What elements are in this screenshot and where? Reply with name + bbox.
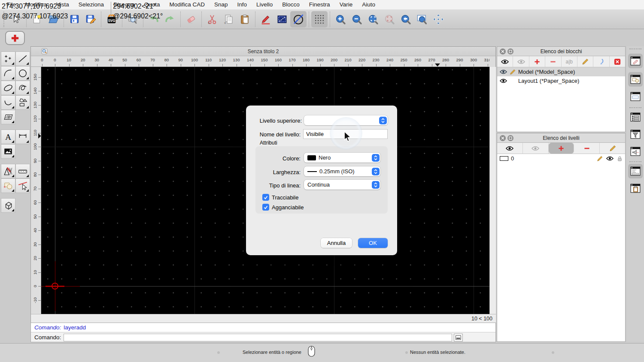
block-show-button[interactable] (497, 56, 513, 67)
layer-show-all-button[interactable] (497, 143, 523, 154)
arc-tool-button[interactable] (1, 66, 15, 81)
copy-button[interactable]: + (220, 11, 237, 27)
toolbar-separator (201, 12, 202, 27)
block-row-model[interactable]: Model (*Model_Space) (497, 67, 625, 76)
image-tool-button[interactable] (1, 144, 15, 159)
traceable-checkbox[interactable] (262, 194, 269, 201)
modify-tool-button[interactable] (1, 164, 15, 178)
line-tool-button[interactable] (15, 51, 30, 66)
linetype-popup[interactable]: Continua (304, 180, 380, 190)
save-button[interactable] (66, 11, 82, 27)
eye-icon[interactable] (500, 78, 507, 83)
layer-list-toggle-button[interactable] (628, 110, 643, 124)
block-delete-button[interactable] (610, 56, 625, 67)
snappable-checkbox-label[interactable]: Agganciabile (272, 204, 304, 211)
library-browser-window-icon (630, 75, 641, 84)
menu-item[interactable]: Varie (335, 0, 358, 9)
layer-add-button[interactable] (549, 143, 574, 154)
redo-button[interactable] (162, 11, 178, 27)
command-widget-toggle-button[interactable] (628, 164, 643, 178)
pencil-icon[interactable] (597, 156, 603, 162)
hatch-tool-button[interactable] (1, 110, 15, 124)
box3d-tool-button[interactable] (1, 198, 15, 213)
menu-item[interactable]: Livello (252, 0, 277, 9)
vertical-scrollbar[interactable] (489, 67, 496, 314)
draft-mode-button[interactable] (290, 11, 307, 27)
menu-item[interactable]: Info (233, 0, 252, 9)
layer-remove-button[interactable] (574, 143, 600, 154)
menu-item[interactable]: Blocco (277, 0, 304, 9)
color-popup[interactable]: Nero (304, 153, 380, 163)
pan-button[interactable] (430, 11, 447, 27)
select-entity-tool-button[interactable] (15, 178, 30, 193)
ellipse-icon (3, 83, 13, 93)
layer-row-0[interactable]: 0 (497, 154, 625, 163)
erase-button[interactable] (183, 11, 199, 27)
library-browser-toggle-button[interactable] (628, 72, 643, 87)
menu-item[interactable]: Modifica CAD (164, 0, 210, 9)
block-list-window-icon (630, 56, 641, 66)
dialog-panel-toggle-button[interactable] (628, 89, 643, 104)
block-insert-button[interactable] (593, 56, 609, 67)
block-hide-button[interactable] (513, 56, 529, 67)
ellipse-tool-button[interactable] (1, 81, 15, 95)
h-ruler-tick-mark (474, 64, 474, 66)
width-popup[interactable]: 0.25mm (ISO) (304, 166, 380, 176)
polyline-tool-button[interactable] (1, 95, 15, 110)
keyboard-focus-button[interactable] (454, 334, 463, 341)
cut-button[interactable]: + (204, 11, 220, 27)
menu-item[interactable]: Finestra (304, 0, 335, 9)
shapes-tool-button[interactable] (15, 95, 30, 110)
zoom-window-button[interactable] (414, 11, 430, 27)
dimension-tool-button[interactable] (15, 130, 30, 144)
block-add-button[interactable] (529, 56, 545, 67)
zoom-out-button[interactable] (349, 11, 365, 27)
cancel-button[interactable]: Annulla (321, 238, 352, 248)
menu-item[interactable]: Snap (210, 0, 233, 9)
save-as-button[interactable] (82, 11, 99, 27)
menu-item[interactable]: Aiuto (357, 0, 380, 9)
menu-item[interactable]: Seleziona (74, 0, 109, 9)
spline-tool-button[interactable] (15, 81, 30, 95)
zoom-previous-button[interactable] (398, 11, 414, 27)
points-tool-button[interactable] (1, 51, 15, 66)
block-list-toggle-button[interactable] (628, 54, 643, 68)
filter-toggle-button[interactable] (628, 127, 643, 142)
block-row-layout1[interactable]: Layout1 (*Paper_Space) (497, 76, 625, 85)
eye-icon[interactable] (500, 69, 507, 74)
close-icon[interactable] (500, 48, 506, 54)
v-ruler-tick-mark (38, 286, 41, 287)
eye-icon[interactable] (606, 156, 614, 161)
measure-tool-button[interactable] (15, 164, 30, 178)
layer-name-input[interactable] (303, 129, 388, 139)
layer-add-pen-button[interactable] (5, 31, 25, 45)
float-panel-icon[interactable] (507, 135, 513, 141)
status-dot (552, 351, 554, 354)
snappable-checkbox[interactable] (262, 204, 269, 211)
zoom-selection-button[interactable] (381, 11, 398, 27)
block-edit-button[interactable] (577, 56, 593, 67)
lock-icon[interactable] (617, 156, 623, 162)
clipboard-panel-toggle-button[interactable] (628, 181, 643, 196)
edit-entity-button[interactable] (258, 11, 274, 27)
block-rename-button[interactable]: a|b (562, 56, 577, 67)
close-icon[interactable] (500, 135, 506, 141)
layer-hide-all-button[interactable] (523, 143, 549, 154)
circle-tool-button[interactable] (15, 66, 30, 81)
traceable-checkbox-label[interactable]: Tracciabile (272, 194, 298, 201)
parent-layer-popup[interactable] (304, 115, 388, 125)
command-input[interactable] (64, 334, 452, 341)
layer-edit-button[interactable] (600, 143, 625, 154)
paste-button[interactable] (237, 11, 253, 27)
selection-tool-button[interactable] (274, 11, 290, 27)
block-remove-button[interactable] (545, 56, 561, 67)
ok-button[interactable]: OK (358, 238, 388, 248)
grid-toggle-button[interactable] (311, 11, 328, 27)
announce-toggle-button[interactable] (628, 144, 643, 159)
save-icon (69, 13, 80, 25)
text-tool-button[interactable]: A (1, 130, 15, 144)
zoom-in-button[interactable] (332, 11, 349, 27)
zoom-auto-button[interactable] (365, 11, 381, 27)
float-panel-icon[interactable] (507, 48, 513, 54)
select-region-tool-button[interactable] (1, 178, 15, 193)
